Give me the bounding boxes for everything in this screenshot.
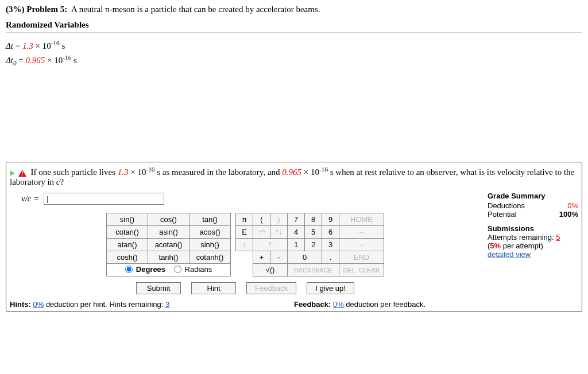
key-9[interactable]: 9 xyxy=(322,213,339,226)
key-1[interactable]: 1 xyxy=(288,239,305,251)
key-up[interactable]: ↑^ xyxy=(253,226,270,239)
potential-value: 100% xyxy=(559,210,578,219)
fn-atan[interactable]: atan() xyxy=(107,239,148,251)
feedback-button[interactable]: Feedback xyxy=(246,282,296,294)
fn-asin[interactable]: asin() xyxy=(148,226,189,239)
dt-symbol: Δt xyxy=(6,41,13,50)
fn-cos[interactable]: cos() xyxy=(148,213,189,226)
submissions-heading: Submissions xyxy=(488,224,578,233)
fn-cosh[interactable]: cosh() xyxy=(107,251,148,264)
key-home[interactable]: HOME xyxy=(339,213,384,226)
key-3[interactable]: 3 xyxy=(322,239,339,251)
key-pi[interactable]: π xyxy=(236,213,253,226)
fn-acos[interactable]: acos() xyxy=(189,226,231,239)
potential-label: Potential xyxy=(488,210,517,219)
hints-footer: Hints: 0% deduction per hint. Hints rema… xyxy=(10,300,294,309)
fn-tan[interactable]: tan() xyxy=(189,213,231,226)
key-sqrt[interactable]: √() xyxy=(253,264,288,276)
key-5[interactable]: 5 xyxy=(305,226,322,239)
answer-label: v/c = xyxy=(21,194,39,204)
dt0-value: 0.965 xyxy=(26,56,45,65)
fn-acotan[interactable]: acotan() xyxy=(148,239,189,251)
key-4[interactable]: 4 xyxy=(288,226,305,239)
per-attempt: (5% per attempt) xyxy=(488,241,578,250)
key-backspace[interactable]: BACKSPACE xyxy=(288,264,339,276)
dt0-symbol: Δt0 xyxy=(6,56,17,65)
deductions-value: 0% xyxy=(567,201,578,210)
key-0[interactable]: 0 xyxy=(288,251,322,264)
key-7[interactable]: 7 xyxy=(288,213,305,226)
submit-button[interactable]: Submit xyxy=(136,282,181,294)
key-left[interactable]: ← xyxy=(339,226,384,239)
fn-sinh[interactable]: sinh() xyxy=(189,239,231,251)
problem-label: Problem 5: xyxy=(26,5,67,14)
answer-row: v/c = xyxy=(21,193,481,205)
angle-mode-cell: Degrees Radians xyxy=(107,264,231,276)
randomized-vars-heading: Randomized Variables xyxy=(6,20,582,30)
keypad-area: sin() cos() tan() cotan() asin() acos() … xyxy=(10,213,481,276)
degrees-radio[interactable]: Degrees xyxy=(125,265,165,274)
fn-sin[interactable]: sin() xyxy=(107,213,148,226)
number-pad: π ( ) 7 8 9 HOME E ↑^ ^↓ 4 5 6 xyxy=(235,213,384,276)
fn-tanh[interactable]: tanh() xyxy=(148,251,189,264)
radians-radio[interactable]: Radians xyxy=(174,265,212,274)
attempts-value: 5 xyxy=(556,233,560,241)
question-box: If one such particle lives 1.3 × 10-16 s… xyxy=(6,162,582,311)
key-2[interactable]: 2 xyxy=(305,239,322,251)
play-icon[interactable] xyxy=(10,170,15,176)
key-6[interactable]: 6 xyxy=(322,226,339,239)
key-minus[interactable]: - xyxy=(270,251,288,264)
key-plus[interactable]: + xyxy=(253,251,270,264)
problem-desc: A neutral π-meson is a particle that can… xyxy=(71,5,320,14)
grade-sidebar: Grade Summary Deductions 0% Potential 10… xyxy=(481,192,578,259)
action-buttons: Submit Hint Feedback I give up! xyxy=(10,282,481,294)
key-dot[interactable]: . xyxy=(322,251,339,264)
feedback-footer: Feedback: 0% deduction per feedback. xyxy=(294,300,578,309)
answer-input[interactable] xyxy=(44,193,164,205)
key-lparen[interactable]: ( xyxy=(253,213,270,226)
key-end[interactable]: END xyxy=(339,251,384,264)
problem-header: (3%) Problem 5: A neutral π-meson is a p… xyxy=(6,5,582,14)
key-8[interactable]: 8 xyxy=(305,213,322,226)
key-slash[interactable]: / xyxy=(236,239,253,251)
deductions-label: Deductions xyxy=(488,201,525,210)
fn-cotan[interactable]: cotan() xyxy=(107,226,148,239)
key-down[interactable]: ^↓ xyxy=(270,226,288,239)
key-star[interactable]: * xyxy=(253,239,288,251)
key-del-clear[interactable]: DEL CLEAR xyxy=(339,264,384,276)
function-pad: sin() cos() tan() cotan() asin() acos() … xyxy=(106,213,231,276)
footer-row: Hints: 0% deduction per hint. Hints rema… xyxy=(10,300,578,309)
detailed-view-link[interactable]: detailed view xyxy=(488,250,578,259)
divider xyxy=(6,32,582,33)
hint-button[interactable]: Hint xyxy=(191,282,236,294)
giveup-button[interactable]: I give up! xyxy=(307,282,354,294)
key-rparen[interactable]: ) xyxy=(270,213,288,226)
key-right[interactable]: → xyxy=(339,239,384,251)
key-e[interactable]: E xyxy=(236,226,253,239)
question-text: If one such particle lives 1.3 × 10-16 s… xyxy=(10,166,578,187)
problem-percent: (3%) xyxy=(6,5,25,14)
warning-icon xyxy=(18,170,26,177)
dt-value: 1.3 xyxy=(22,41,33,50)
variables-block: Δt = 1.3 × 10-16 s Δt0 = 0.965 × 10-16 s xyxy=(6,38,582,68)
grade-heading: Grade Summary xyxy=(488,192,578,200)
fn-cotanh[interactable]: cotanh() xyxy=(189,251,231,264)
attempts-label: Attempts remaining: xyxy=(488,233,554,241)
